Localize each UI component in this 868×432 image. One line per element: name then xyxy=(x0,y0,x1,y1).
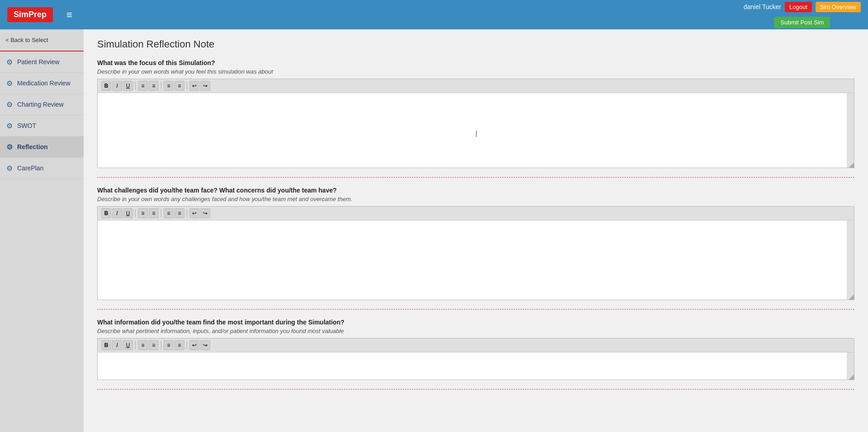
editor-challenges: B I U ≡ ≡ ≡ ≡ ↩ ↪ xyxy=(97,206,854,300)
hamburger-menu[interactable]: ≡ xyxy=(66,9,72,21)
careplan-icon: ⚙ xyxy=(5,164,14,172)
italic-button-2[interactable]: I xyxy=(112,208,122,218)
separator-3b xyxy=(161,341,161,349)
bold-button-3[interactable]: B xyxy=(101,340,111,350)
undo-button[interactable]: ↩ xyxy=(189,81,199,91)
header-user-area: daniel Tucker Logout Sim Overview xyxy=(744,2,861,12)
question-section-challenges: What challenges did you/the team face? W… xyxy=(97,187,854,310)
unordered-list-button[interactable]: ≡ xyxy=(149,81,159,91)
editor-focus: B I U ≡ ≡ ≡ ≡ ↩ ↪ xyxy=(97,79,854,168)
underline-button-2[interactable]: U xyxy=(123,208,133,218)
outdent-button-3[interactable]: ≡ xyxy=(175,340,184,350)
question-subtitle-challenges: Describe in your own words any challenge… xyxy=(97,196,854,202)
sidebar-item-label: Patient Review xyxy=(17,58,59,66)
sidebar-item-charting-review[interactable]: ⚙ Charting Review xyxy=(0,94,84,115)
medication-review-icon: ⚙ xyxy=(5,79,14,87)
sim-overview-button[interactable]: Sim Overview xyxy=(816,2,861,12)
sidebar-item-label: SWOT xyxy=(17,122,36,129)
editor-body-challenges[interactable] xyxy=(98,221,854,300)
scrollbar-focus[interactable] xyxy=(847,93,854,168)
indent-button[interactable]: ≡ xyxy=(164,81,174,91)
submit-button[interactable]: Submit Post Sim xyxy=(774,17,830,28)
outdent-button[interactable]: ≡ xyxy=(175,81,184,91)
logo: SimPrep xyxy=(7,7,53,22)
logout-button[interactable]: Logout xyxy=(785,2,812,12)
separator3 xyxy=(187,82,187,90)
back-link[interactable]: < Back to Select xyxy=(0,29,84,52)
sidebar-item-label: Reflection xyxy=(17,143,48,150)
sidebar-item-label: CarePlan xyxy=(17,164,43,172)
editor-body-important[interactable] xyxy=(98,352,854,380)
italic-button-3[interactable]: I xyxy=(112,340,122,350)
header: SimPrep ≡ daniel Tucker Logout Sim Overv… xyxy=(0,0,868,29)
separator-2c xyxy=(187,209,187,217)
editor-toolbar-focus: B I U ≡ ≡ ≡ ≡ ↩ ↪ xyxy=(98,79,854,93)
question-section-important: What information did you/the team find t… xyxy=(97,319,854,390)
question-title-important: What information did you/the team find t… xyxy=(97,319,854,326)
undo-button-2[interactable]: ↩ xyxy=(189,208,199,218)
separator-3c xyxy=(187,341,187,349)
editor-important: B I U ≡ ≡ ≡ ≡ ↩ ↪ xyxy=(97,338,854,380)
redo-button[interactable]: ↪ xyxy=(200,81,210,91)
indent-button-3[interactable]: ≡ xyxy=(164,340,174,350)
sidebar-item-swot[interactable]: ⚙ SWOT xyxy=(0,115,84,136)
outdent-button-2[interactable]: ≡ xyxy=(175,208,184,218)
separator2 xyxy=(161,82,161,90)
redo-button-2[interactable]: ↪ xyxy=(200,208,210,218)
page-title: Simulation Reflection Note xyxy=(97,38,854,50)
ordered-list-button-2[interactable]: ≡ xyxy=(138,208,148,218)
separator-3a xyxy=(135,341,136,349)
ordered-list-button[interactable]: ≡ xyxy=(138,81,148,91)
sidebar-item-reflection[interactable]: ⚙ Reflection xyxy=(0,136,84,158)
question-section-focus: What was the focus of this Simulation? D… xyxy=(97,59,854,178)
italic-button[interactable]: I xyxy=(112,81,122,91)
username: daniel Tucker xyxy=(744,3,781,10)
cursor xyxy=(476,131,476,137)
editor-toolbar-challenges: B I U ≡ ≡ ≡ ≡ ↩ ↪ xyxy=(98,207,854,221)
bold-button-2[interactable]: B xyxy=(101,208,111,218)
sidebar-item-label: Medication Review xyxy=(17,80,71,87)
sidebar-item-patient-review[interactable]: ⚙ Patient Review xyxy=(0,52,84,73)
layout: < Back to Select ⚙ Patient Review ⚙ Medi… xyxy=(0,29,868,432)
scrollbar-challenges[interactable] xyxy=(847,221,854,300)
charting-review-icon: ⚙ xyxy=(5,100,14,108)
unordered-list-button-2[interactable]: ≡ xyxy=(149,208,159,218)
question-subtitle-focus: Describe in your own words what you feel… xyxy=(97,68,854,75)
reflection-icon: ⚙ xyxy=(5,143,14,151)
question-title-challenges: What challenges did you/the team face? W… xyxy=(97,187,854,194)
header-right: daniel Tucker Logout Sim Overview Submit… xyxy=(744,0,861,29)
sidebar-item-careplan[interactable]: ⚙ CarePlan xyxy=(0,158,84,179)
sidebar-item-label: Charting Review xyxy=(17,101,64,108)
indent-button-2[interactable]: ≡ xyxy=(164,208,174,218)
resize-handle-important[interactable] xyxy=(848,373,854,380)
separator-2b xyxy=(161,209,161,217)
main-content: Simulation Reflection Note What was the … xyxy=(84,29,868,432)
separator-2a xyxy=(135,209,136,217)
undo-button-3[interactable]: ↩ xyxy=(189,340,199,350)
question-title-focus: What was the focus of this Simulation? xyxy=(97,59,854,66)
sidebar: < Back to Select ⚙ Patient Review ⚙ Medi… xyxy=(0,29,84,432)
redo-button-3[interactable]: ↪ xyxy=(200,340,210,350)
underline-button[interactable]: U xyxy=(123,81,133,91)
question-subtitle-important: Describe what pertinent information, inp… xyxy=(97,328,854,334)
separator xyxy=(135,82,136,90)
unordered-list-button-3[interactable]: ≡ xyxy=(149,340,159,350)
ordered-list-button-3[interactable]: ≡ xyxy=(138,340,148,350)
bold-button[interactable]: B xyxy=(101,81,111,91)
underline-button-3[interactable]: U xyxy=(123,340,133,350)
patient-review-icon: ⚙ xyxy=(5,58,14,66)
resize-handle-focus[interactable] xyxy=(848,161,854,168)
resize-handle-challenges[interactable] xyxy=(848,293,854,300)
sidebar-item-medication-review[interactable]: ⚙ Medication Review xyxy=(0,73,84,94)
swot-icon: ⚙ xyxy=(5,122,14,130)
editor-toolbar-important: B I U ≡ ≡ ≡ ≡ ↩ ↪ xyxy=(98,338,854,352)
editor-body-focus[interactable] xyxy=(98,93,854,168)
